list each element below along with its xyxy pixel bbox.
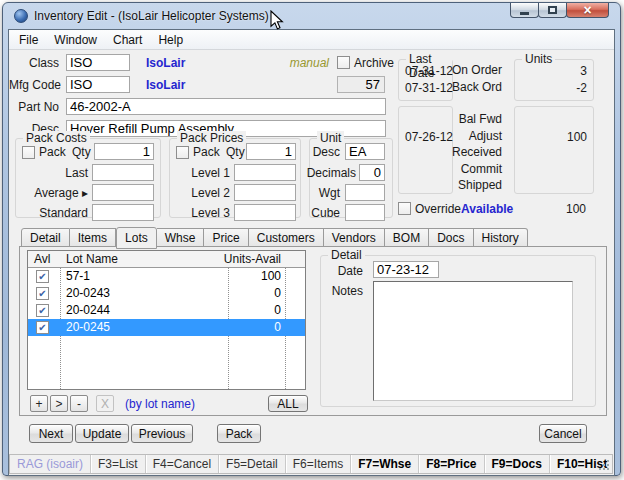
- last-date-group: Last Date 07-31-12 07-31-12: [398, 59, 453, 101]
- lot-units: 100: [208, 268, 281, 285]
- col-avl: Avl: [34, 251, 50, 268]
- tab-bom[interactable]: BOM: [385, 228, 429, 247]
- status-bar: RAG (isoair) F3=List F4=Cancel F5=Detail…: [9, 454, 613, 474]
- tab-whse[interactable]: Whse: [157, 228, 205, 247]
- override-checkbox[interactable]: [398, 202, 411, 215]
- pack-costs-qty-label: Qty: [72, 144, 91, 161]
- menu-file[interactable]: File: [11, 31, 46, 49]
- tab-items[interactable]: Items: [70, 228, 116, 247]
- back-ord-label: Back Ord: [449, 79, 502, 96]
- maximize-button[interactable]: [538, 3, 567, 18]
- client-area: File Window Chart Help Class IsoLair man…: [8, 29, 615, 476]
- add-lot-button[interactable]: +: [30, 395, 48, 412]
- lot-avl-checkbox[interactable]: ✔: [36, 287, 49, 300]
- menu-window[interactable]: Window: [46, 31, 105, 49]
- pack-costs-group: Pack Costs Pack Qty Last Average ▸ Stand…: [15, 138, 161, 218]
- wgt-label: Wgt: [280, 185, 340, 202]
- last-cost-input[interactable]: [92, 164, 154, 181]
- lot-date-input[interactable]: [373, 261, 439, 278]
- close-button[interactable]: ×: [566, 3, 609, 18]
- unit-desc-input[interactable]: [345, 143, 385, 160]
- resize-grip[interactable]: [598, 459, 610, 471]
- tab-history[interactable]: History: [474, 228, 528, 247]
- units-group: Units 3 -2: [514, 59, 594, 101]
- lot-row-selected[interactable]: ✔ 20-0245 0: [28, 319, 305, 336]
- adjust-label: Adjust: [449, 128, 502, 145]
- pack-costs-checkbox[interactable]: [22, 146, 35, 159]
- tab-detail[interactable]: Detail: [21, 228, 70, 247]
- on-order-label: On Order: [449, 62, 502, 79]
- cancel-button[interactable]: Cancel: [539, 424, 587, 443]
- manual-flag: manual: [257, 55, 329, 72]
- pack-costs-legend: Pack Costs: [23, 131, 90, 145]
- previous-button[interactable]: Previous: [131, 424, 193, 443]
- bal-fwd-label: Bal Fwd: [449, 111, 502, 128]
- decimals-label: Decimals: [296, 165, 356, 182]
- next-button[interactable]: Next: [29, 424, 73, 443]
- pack-button[interactable]: Pack: [217, 424, 261, 443]
- delete-lot-button[interactable]: X: [96, 395, 114, 412]
- decimals-input[interactable]: [359, 164, 385, 181]
- title-bar[interactable]: Inventory Edit - (IsoLair Helicopter Sys…: [8, 3, 615, 29]
- fkey-f4: F4=Cancel: [146, 455, 219, 473]
- lot-row[interactable]: ✔ 20-0244 0: [28, 302, 305, 319]
- lot-avl-checkbox[interactable]: ✔: [36, 270, 49, 283]
- fkey-f9: F9=Docs: [485, 455, 550, 473]
- tab-lots[interactable]: Lots: [116, 227, 157, 249]
- session-indicator: RAG (isoair): [10, 455, 91, 473]
- lots-tab-page: Avl Lot Name Units-Avail ✔ 57-1 100 ✔ 20…: [19, 246, 607, 416]
- detail-group: Detail Date Notes: [320, 255, 596, 407]
- lot-units: 0: [208, 285, 281, 302]
- tab-customers[interactable]: Customers: [249, 228, 324, 247]
- fkey-f5: F5=Detail: [219, 455, 286, 473]
- sort-order-label: (by lot name): [125, 396, 195, 413]
- pack-costs-qty-input[interactable]: [94, 143, 154, 160]
- available-value: 100: [514, 201, 586, 218]
- lot-units: 0: [208, 302, 281, 319]
- pack-prices-pack-label: Pack: [193, 144, 220, 161]
- mfg-code-input[interactable]: [66, 76, 130, 93]
- average-cost-input[interactable]: [92, 184, 154, 201]
- pack-prices-checkbox[interactable]: [176, 146, 189, 159]
- pack-prices-qty-label: Qty: [226, 144, 245, 161]
- menu-chart[interactable]: Chart: [105, 31, 150, 49]
- all-button[interactable]: ALL: [268, 395, 308, 412]
- next-lot-button[interactable]: >: [50, 395, 68, 412]
- lot-name: 20-0244: [66, 302, 110, 319]
- shipped-label: Shipped: [449, 177, 502, 194]
- class-label: Class: [9, 55, 59, 72]
- standard-cost-input[interactable]: [92, 204, 154, 221]
- lot-row[interactable]: ✔ 57-1 100: [28, 268, 305, 285]
- part-no-label: Part No: [9, 99, 59, 116]
- level3-label: Level 3: [170, 205, 230, 222]
- wgt-input[interactable]: [345, 184, 385, 201]
- tab-price[interactable]: Price: [204, 228, 248, 247]
- mouse-cursor: [270, 10, 284, 31]
- remove-lot-button[interactable]: -: [70, 395, 88, 412]
- tab-vendors[interactable]: Vendors: [324, 228, 385, 247]
- lot-date-label: Date: [321, 263, 363, 280]
- lot-avl-checkbox[interactable]: ✔: [36, 304, 49, 317]
- cube-input[interactable]: [345, 204, 385, 221]
- class-input[interactable]: [66, 54, 130, 71]
- col-units-avail: Units-Avail: [208, 251, 281, 268]
- lot-row[interactable]: ✔ 20-0243 0: [28, 285, 305, 302]
- mfg-count-field: 57: [337, 76, 385, 93]
- level1-input[interactable]: [234, 164, 296, 181]
- lot-avl-checkbox[interactable]: ✔: [36, 321, 49, 334]
- part-no-input[interactable]: [66, 98, 386, 115]
- mid-units-box: 100: [514, 106, 594, 194]
- window-title: Inventory Edit - (IsoLair Helicopter Sys…: [34, 9, 269, 23]
- mfg-code-label: Mfg Code: [9, 77, 59, 94]
- maximize-icon: [548, 6, 557, 14]
- back-ord-date: 07-31-12: [405, 80, 453, 97]
- minimize-button[interactable]: [510, 3, 539, 18]
- tab-docs[interactable]: Docs: [429, 228, 473, 247]
- archive-checkbox[interactable]: [337, 56, 350, 69]
- app-icon: [14, 9, 28, 23]
- lot-list-header: Avl Lot Name Units-Avail: [28, 251, 305, 268]
- notes-textarea[interactable]: [373, 281, 573, 401]
- on-order-date: 07-31-12: [405, 63, 453, 80]
- update-button[interactable]: Update: [75, 424, 129, 443]
- menu-help[interactable]: Help: [150, 31, 191, 49]
